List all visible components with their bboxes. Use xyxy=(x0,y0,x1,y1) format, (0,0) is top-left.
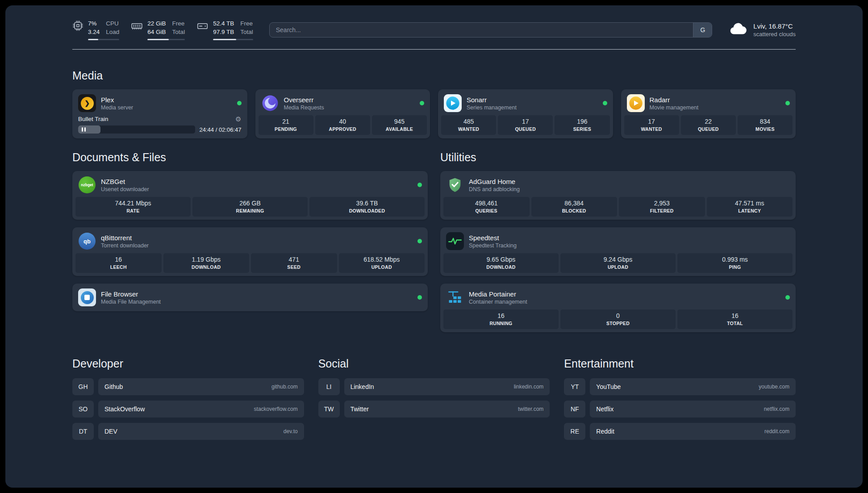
cpu-load: 3.24 xyxy=(88,28,100,37)
overseerr-status-dot xyxy=(420,101,424,105)
nzbget-status-dot xyxy=(417,183,422,187)
stream-title: Bullet Train xyxy=(78,116,108,122)
adguard-title-block: AdGuard Home DNS and adblocking xyxy=(469,178,520,192)
stat-value: 16 xyxy=(77,256,160,263)
nzbget-desc: Usenet downloader xyxy=(101,186,149,192)
bookmark-link-reddit[interactable]: Reddit reddit.com xyxy=(590,423,796,440)
stat-label: PENDING xyxy=(260,126,312,132)
disk-free: 52.4 TB xyxy=(213,20,234,28)
bookmark-netflix: NF Netflix netflix.com xyxy=(564,401,796,418)
card-portainer[interactable]: Media Portainer Container management 16 … xyxy=(440,284,796,332)
bookmark-github: GH Github github.com xyxy=(72,378,304,395)
disk-progress-fill xyxy=(213,39,236,40)
sonarr-name[interactable]: Sonarr xyxy=(467,96,517,104)
plex-desc: Media server xyxy=(101,104,133,111)
search-provider-button[interactable]: G xyxy=(693,23,712,37)
card-plex[interactable]: ❯ Plex Media server Bullet Train ⚙ xyxy=(72,89,247,138)
cpu-percent: 7% xyxy=(88,20,100,28)
stat-filtered: 2,953 FILTERED xyxy=(619,197,705,217)
radarr-name[interactable]: Radarr xyxy=(650,96,699,104)
card-sonarr[interactable]: Sonarr Series management 485 WANTED 17 Q… xyxy=(438,89,613,138)
bookmark-link-github[interactable]: Github github.com xyxy=(98,378,304,395)
pause-icon[interactable] xyxy=(82,128,86,132)
bookmark-domain: linkedin.com xyxy=(514,384,544,390)
sonarr-header: Sonarr Series management xyxy=(441,92,610,115)
adguard-name[interactable]: AdGuard Home xyxy=(469,178,520,185)
card-radarr[interactable]: Radarr Movie management 17 WANTED 22 QUE… xyxy=(621,89,796,138)
sonarr-stats: 485 WANTED 17 QUEUED 196 SERIES xyxy=(441,115,610,135)
portainer-header: Media Portainer Container management xyxy=(443,287,793,309)
qbittorrent-desc: Torrent downloader xyxy=(101,242,149,249)
bookmark-link-linkedin[interactable]: LinkedIn linkedin.com xyxy=(344,378,550,395)
nzbget-name[interactable]: NZBGet xyxy=(101,178,149,185)
settings-gear-icon[interactable]: ⚙ xyxy=(235,116,241,122)
plex-name[interactable]: Plex xyxy=(101,96,133,104)
stat-value: 0.993 ms xyxy=(679,256,791,263)
card-nzbget[interactable]: nzbget NZBGet Usenet downloader 744.21 M… xyxy=(72,171,428,220)
search-input[interactable] xyxy=(270,23,693,37)
weather-widget[interactable]: Lviv, 16.87°C scattered clouds xyxy=(728,19,796,41)
card-overseerr[interactable]: Overseerr Media Requests 21 PENDING 40 A… xyxy=(255,89,430,138)
bookmark-abbr: TW xyxy=(318,401,340,418)
radarr-title-block: Radarr Movie management xyxy=(650,96,699,111)
speedtest-desc: Speedtest Tracking xyxy=(469,242,517,249)
qbittorrent-title-block: qBittorrent Torrent downloader xyxy=(101,234,149,249)
stat-latency: 47.571 ms LATENCY xyxy=(707,197,793,217)
stat-blocked: 86,384 BLOCKED xyxy=(531,197,618,217)
bookmark-dev: DT DEV dev.to xyxy=(72,423,304,440)
card-qbittorrent[interactable]: qb qBittorrent Torrent downloader 16 xyxy=(72,227,428,276)
weather-location: Lviv, 16.87°C xyxy=(753,22,796,30)
bookmark-link-youtube[interactable]: YouTube youtube.com xyxy=(590,378,796,395)
stat-download: 9.65 Gbps DOWNLOAD xyxy=(443,253,559,273)
memory-total: 64 GiB xyxy=(147,28,166,37)
disk-icon xyxy=(196,20,209,32)
cpu-progressbar xyxy=(88,39,119,40)
filebrowser-desc: Media File Management xyxy=(101,299,161,305)
overseerr-name[interactable]: Overseerr xyxy=(284,96,324,104)
stat-pending: 21 PENDING xyxy=(259,115,313,135)
radarr-status-dot xyxy=(785,101,790,105)
speedtest-name[interactable]: Speedtest xyxy=(469,234,517,242)
disk-progressbar xyxy=(213,39,253,40)
stat-value: 471 xyxy=(253,256,335,263)
disk-total: 97.9 TB xyxy=(213,28,234,37)
stat-value: 16 xyxy=(445,312,557,319)
stat-download: 1.19 Gbps DOWNLOAD xyxy=(163,253,250,273)
bookmark-name: DEV xyxy=(104,428,117,435)
bookmark-name: StackOverflow xyxy=(104,405,145,413)
disk-readout: 52.4 TB Free 97.9 TB Total xyxy=(213,20,253,40)
bookmark-link-dev[interactable]: DEV dev.to xyxy=(98,423,304,440)
stat-label: UPLOAD xyxy=(562,264,674,270)
portainer-stats: 16 RUNNING 0 STOPPED 16 TOTAL xyxy=(443,309,793,329)
stat-downloaded: 39.6 TB DOWNLOADED xyxy=(309,197,425,217)
nzbget-icon: nzbget xyxy=(78,176,96,194)
bookmark-name: Github xyxy=(104,383,123,390)
qbittorrent-name[interactable]: qBittorrent xyxy=(101,234,149,242)
radarr-icon xyxy=(627,94,645,112)
bookmark-link-twitter[interactable]: Twitter twitter.com xyxy=(344,401,550,418)
bookmark-link-netflix[interactable]: Netflix netflix.com xyxy=(590,401,796,418)
card-speedtest[interactable]: Speedtest Speedtest Tracking 9.65 Gbps D… xyxy=(440,227,796,276)
stat-value: 9.24 Gbps xyxy=(562,256,674,263)
documents-stack: nzbget NZBGet Usenet downloader 744.21 M… xyxy=(72,171,428,311)
cpu-label-top: CPU xyxy=(106,20,119,28)
portainer-name[interactable]: Media Portainer xyxy=(469,290,527,298)
card-adguard[interactable]: AdGuard Home DNS and adblocking 498,461 … xyxy=(440,171,796,220)
disk-widget: 52.4 TB Free 97.9 TB Total xyxy=(196,20,253,40)
stat-label: WANTED xyxy=(443,126,494,132)
nzbget-header: nzbget NZBGet Usenet downloader xyxy=(75,174,425,197)
filebrowser-name[interactable]: File Browser xyxy=(101,290,161,298)
plex-header: ❯ Plex Media server xyxy=(75,92,244,115)
memory-icon xyxy=(131,20,143,32)
card-filebrowser[interactable]: File Browser Media File Management xyxy=(72,284,428,311)
search-bar: G xyxy=(269,22,713,38)
stat-label: REMAINING xyxy=(194,208,306,213)
bookmark-link-stackoverflow[interactable]: StackOverflow stackoverflow.com xyxy=(98,401,304,418)
header-divider xyxy=(72,49,796,50)
stat-stopped: 0 STOPPED xyxy=(560,309,676,329)
stat-value: 47.571 ms xyxy=(709,200,791,207)
bookmark-abbr: SO xyxy=(72,401,94,418)
bookmark-name: Netflix xyxy=(596,405,613,413)
stat-upload: 618.52 Mbps UPLOAD xyxy=(339,253,425,273)
weather-text: Lviv, 16.87°C scattered clouds xyxy=(753,22,796,38)
